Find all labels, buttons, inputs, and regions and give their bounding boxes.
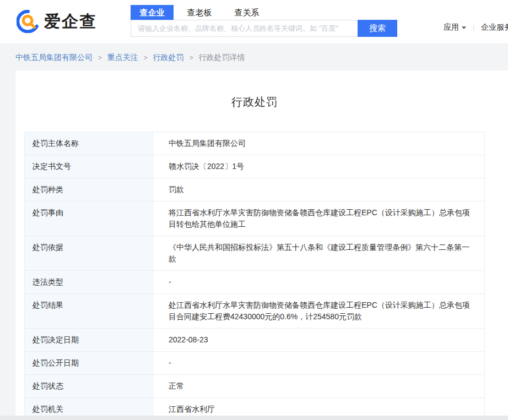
breadcrumb: 中铁五局集团有限公司 > 重点关注 > 行政处罚 > 行政处罚详情 <box>15 53 245 63</box>
table-row: 违法类型 - <box>25 271 484 294</box>
table-row: 处罚状态 正常 <box>25 375 484 398</box>
aiqicha-logo[interactable]: 爱企查 <box>17 10 97 33</box>
aiqicha-logo-text: 爱企查 <box>44 10 97 33</box>
table-row: 处罚结果 处江西省水利厅水旱灾害防御物资储备赣西仓库建设工程EPC（设计采购施工… <box>25 294 484 329</box>
table-row: 处罚种类 罚款 <box>25 178 484 201</box>
penalty-detail-table: 处罚主体名称 中铁五局集团有限公司 决定书文号 赣水罚决〔2022〕1号 处罚种… <box>24 132 485 420</box>
page-title: 行政处罚 <box>24 95 485 110</box>
tab-search-relation[interactable]: 查关系 <box>225 5 268 20</box>
search-tabs: 查企业 查老板 查关系 <box>131 5 273 20</box>
top-header: 爱企查 查企业 查老板 查关系 搜索 应用 | 企业服务 <box>0 0 508 44</box>
table-row: 处罚依据 《中华人民共和国招标投标法》第五十八条和《建设工程质量管理条例》第六十… <box>25 236 484 271</box>
row-value: 《中华人民共和国招标投标法》第五十八条和《建设工程质量管理条例》第六十二条第一款 <box>153 236 484 270</box>
table-row: 处罚主体名称 中铁五局集团有限公司 <box>25 132 484 155</box>
table-row: 处罚事由 将江西省水利厅水旱灾害防御物资储备赣西仓库建设工程EPC（设计采购施工… <box>25 201 484 236</box>
page-bottom-strip <box>0 416 508 420</box>
row-value: 2022-08-23 <box>153 329 484 351</box>
table-row: 决定书文号 赣水罚决〔2022〕1号 <box>25 155 484 178</box>
breadcrumb-separator: > <box>144 54 148 62</box>
row-value: 赣水罚决〔2022〕1号 <box>153 155 484 178</box>
search-button[interactable]: 搜索 <box>358 20 397 37</box>
row-label: 处罚结果 <box>25 294 153 328</box>
search-input[interactable] <box>131 20 358 37</box>
breadcrumb-separator: > <box>189 54 193 62</box>
row-label: 处罚公开日期 <box>25 352 153 374</box>
tab-search-boss[interactable]: 查老板 <box>178 5 221 20</box>
penalty-detail-card: 行政处罚 处罚主体名称 中铁五局集团有限公司 决定书文号 赣水罚决〔2022〕1… <box>15 70 508 416</box>
apps-menu[interactable]: 应用 <box>444 23 466 32</box>
row-label: 决定书文号 <box>25 155 153 178</box>
aiqicha-logo-icon <box>17 10 40 33</box>
breadcrumb-key-focus-link[interactable]: 重点关注 <box>107 53 138 62</box>
breadcrumb-company-link[interactable]: 中铁五局集团有限公司 <box>15 53 93 62</box>
breadcrumb-separator: > <box>98 54 102 62</box>
chevron-down-icon <box>462 26 466 29</box>
row-value: 正常 <box>153 375 484 397</box>
table-row: 处罚公开日期 - <box>25 352 484 375</box>
breadcrumb-current: 行政处罚详情 <box>198 53 245 62</box>
tab-search-company[interactable]: 查企业 <box>131 5 174 20</box>
row-label: 处罚主体名称 <box>25 132 153 155</box>
row-value: 将江西省水利厅水旱灾害防御物资储备赣西仓库建设工程EPC（设计采购施工）总承包项… <box>153 201 484 236</box>
row-value: 罚款 <box>153 178 484 201</box>
row-label: 处罚依据 <box>25 236 153 270</box>
search-bar: 搜索 <box>131 20 397 37</box>
breadcrumb-penalty-link[interactable]: 行政处罚 <box>153 53 184 62</box>
row-value: 处江西省水利厅水旱灾害防御物资储备赣西仓库建设工程EPC（设计采购施工）总承包项… <box>153 294 484 328</box>
row-label: 处罚事由 <box>25 201 153 236</box>
row-value: - <box>153 271 484 293</box>
row-value: - <box>153 352 484 374</box>
apps-menu-label: 应用 <box>444 23 459 32</box>
row-value: 中铁五局集团有限公司 <box>153 132 484 155</box>
header-nav: 应用 | 企业服务 <box>444 23 508 32</box>
nav-divider: | <box>473 24 474 31</box>
row-label: 处罚种类 <box>25 178 153 201</box>
table-row: 处罚决定日期 2022-08-23 <box>25 329 484 352</box>
enterprise-services-link[interactable]: 企业服务 <box>481 23 508 32</box>
row-label: 违法类型 <box>25 271 153 293</box>
row-label: 处罚状态 <box>25 375 153 397</box>
row-label: 处罚决定日期 <box>25 329 153 351</box>
